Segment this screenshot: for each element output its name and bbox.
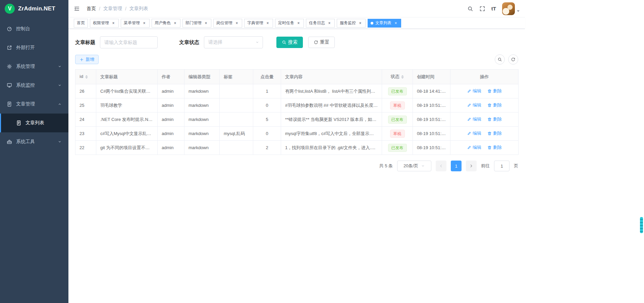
cell-status: 已发布: [382, 84, 413, 98]
tab-home[interactable]: 首页: [74, 19, 88, 28]
cell-status: 草稿: [382, 127, 413, 141]
cell-editor: markdown: [184, 141, 220, 155]
font-size-icon[interactable]: tT: [491, 6, 496, 11]
cell-clicks: 0: [253, 98, 281, 113]
sidebar-item-article-management[interactable]: 文章管理: [0, 95, 68, 114]
tab-close-icon[interactable]: ×: [358, 21, 363, 26]
reset-button[interactable]: 重置: [308, 37, 335, 48]
tab-department[interactable]: 部门管理 ×: [182, 19, 211, 28]
refresh-table-button[interactable]: [508, 54, 518, 64]
cell-created: 08-19 10:51:27: [413, 113, 450, 127]
add-button[interactable]: 新增: [75, 55, 99, 64]
sidebar-item-dashboard[interactable]: 控制台: [0, 19, 68, 38]
tab-close-icon[interactable]: ×: [393, 21, 398, 26]
status-badge: 已发布: [388, 144, 407, 152]
tab-close-icon[interactable]: ×: [111, 21, 116, 26]
cell-status: 草稿: [382, 98, 413, 113]
edit-link[interactable]: 编辑: [467, 88, 481, 94]
delete-link[interactable]: 删除: [487, 144, 502, 150]
header-search-icon[interactable]: [467, 6, 473, 12]
breadcrumb-item[interactable]: 文章管理: [103, 6, 122, 12]
tab-close-icon[interactable]: ×: [234, 21, 239, 26]
column-header-clicks: 点击量: [253, 70, 281, 84]
table-row: 26C#两个list集合实现关联，...adminmarkdown1有两个lis…: [75, 84, 519, 98]
delete-link[interactable]: 删除: [487, 130, 502, 136]
tab-post[interactable]: 岗位管理 ×: [213, 19, 242, 28]
main-area: 首页/文章管理/文章列表 tT 首页 权限管理 × 菜单管理 × 用户角色 ×: [68, 0, 525, 303]
cell-id: 22: [75, 141, 96, 155]
edit-icon: [467, 145, 471, 150]
tab-label: 文章列表: [375, 20, 391, 26]
status-filter-select[interactable]: 请选择: [204, 36, 263, 48]
column-label: 状态: [391, 74, 399, 79]
tab-scheduled-task[interactable]: 定时任务 ×: [275, 19, 304, 28]
toggle-search-button[interactable]: [495, 54, 505, 64]
chevron-down-icon: [58, 140, 62, 144]
sidebar-fold-icon[interactable]: [74, 6, 80, 12]
cell-content: #羽毛球拍参数说明 ## 中管软硬选择以及长度介...: [281, 98, 382, 113]
tab-close-icon[interactable]: ×: [142, 21, 147, 26]
tab-menu[interactable]: 菜单管理 ×: [121, 19, 150, 28]
cell-author: admin: [158, 98, 184, 113]
delete-link[interactable]: 删除: [487, 116, 502, 122]
tab-close-icon[interactable]: ×: [173, 21, 177, 26]
edit-icon: [467, 89, 471, 93]
column-header-id[interactable]: id: [75, 70, 96, 84]
status-badge: 草稿: [390, 130, 405, 138]
tab-permission[interactable]: 权限管理 ×: [90, 19, 119, 28]
tab-user-role[interactable]: 用户角色 ×: [152, 19, 180, 28]
tab-dictionary[interactable]: 字典管理 ×: [244, 19, 273, 28]
cell-content: 1，找到项目所在目录下的 .git/文件夹，进入.git/...: [281, 141, 382, 155]
menu-item-icon: [7, 64, 12, 69]
tab-label: 用户角色: [155, 20, 171, 26]
cell-title: git 为不同的项目设置不同...: [96, 141, 158, 155]
cell-id: 23: [75, 127, 96, 141]
filter-bar: 文章标题 文章状态 请选择 搜索 重置: [68, 29, 525, 48]
title-filter-input[interactable]: [100, 36, 158, 48]
delete-link[interactable]: 删除: [487, 88, 502, 94]
delete-link[interactable]: 删除: [487, 102, 502, 108]
sidebar-item-external-link[interactable]: 外部打开: [0, 38, 68, 57]
prev-page-button[interactable]: [436, 161, 446, 171]
cell-title: 羽毛球教学: [96, 98, 158, 113]
edit-link[interactable]: 编辑: [467, 116, 481, 122]
plus-icon: [79, 57, 84, 62]
search-button[interactable]: 搜索: [276, 37, 303, 48]
sidebar-item-system-tools[interactable]: 系统工具: [0, 132, 68, 151]
cell-tags: mysql,乱码: [220, 127, 253, 141]
sidebar-item-system-monitor[interactable]: 系统监控: [0, 76, 68, 95]
goto-page-input[interactable]: [494, 161, 509, 171]
tab-close-icon[interactable]: ×: [265, 21, 270, 26]
sort-caret-icon[interactable]: [85, 74, 88, 80]
cell-actions: 编辑删除: [450, 141, 519, 155]
table-row: 23c#写入Mysql中文显示乱码 ...adminmarkdownmysql,…: [75, 127, 519, 141]
scrollbar-thumb[interactable]: [640, 217, 643, 233]
edit-link[interactable]: 编辑: [467, 102, 481, 108]
breadcrumb-item[interactable]: 首页: [87, 6, 96, 12]
tab-task-log[interactable]: 任务日志 ×: [306, 19, 335, 28]
sort-caret-icon[interactable]: [401, 74, 404, 80]
breadcrumb-separator: /: [125, 6, 126, 11]
tab-label: 权限管理: [93, 20, 109, 26]
page-number-button[interactable]: 1: [451, 161, 462, 171]
edit-link[interactable]: 编辑: [467, 130, 481, 136]
tab-close-icon[interactable]: ×: [296, 21, 301, 26]
cell-title: c#写入Mysql中文显示乱码 ...: [96, 127, 158, 141]
tab-service-monitor[interactable]: 服务监控 ×: [337, 19, 366, 28]
navbar-actions: tT: [467, 2, 520, 15]
cell-status: 已发布: [382, 141, 413, 155]
tab-close-icon[interactable]: ×: [327, 21, 332, 26]
tab-close-icon[interactable]: ×: [204, 21, 208, 26]
chevron-down-icon: [58, 102, 62, 106]
column-header-status[interactable]: 状态: [382, 70, 413, 84]
page-size-select[interactable]: 20条/页: [397, 161, 431, 171]
column-header-content: 文章内容: [281, 70, 382, 84]
cell-created: 08-18 14:41:36: [413, 84, 450, 98]
tab-article-list[interactable]: 文章列表 ×: [368, 19, 401, 28]
edit-link[interactable]: 编辑: [467, 144, 481, 150]
sidebar-item-system-management[interactable]: 系统管理: [0, 57, 68, 76]
fullscreen-icon[interactable]: [479, 6, 485, 12]
sidebar-subitem-article-list[interactable]: 文章列表: [0, 114, 68, 132]
next-page-button[interactable]: [466, 161, 477, 171]
user-avatar[interactable]: [502, 2, 520, 15]
